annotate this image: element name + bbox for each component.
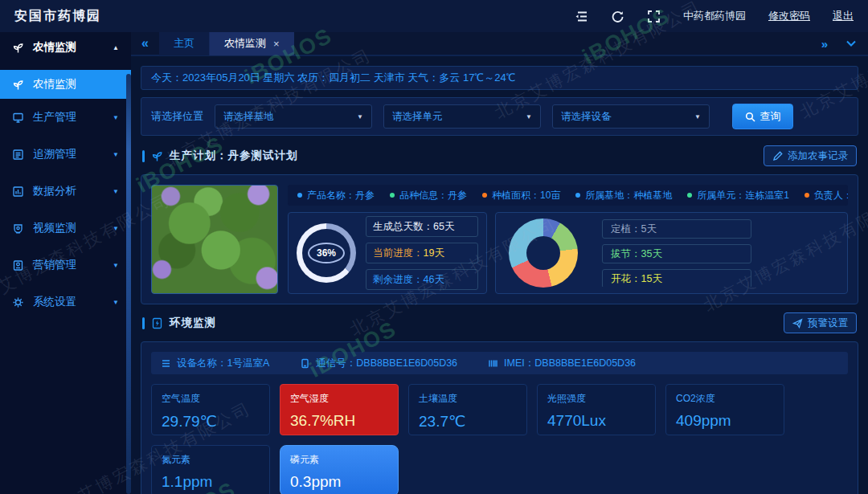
sidebar-item-label: 视频监测 bbox=[33, 221, 76, 235]
sensor-value: 0.3ppm bbox=[290, 473, 388, 491]
sensor-label: 空气温度 bbox=[162, 392, 260, 406]
chevron-down-icon: ▼ bbox=[113, 225, 119, 232]
legend-text: 拔节：35天 bbox=[611, 247, 662, 261]
sensor-card-air-humidity-alarm[interactable]: 空气湿度 36.7%RH bbox=[280, 384, 399, 435]
tab-agriculture-monitor[interactable]: 农情监测 × bbox=[210, 31, 294, 55]
sidebar-item-settings[interactable]: 系统设置 ▼ bbox=[0, 284, 131, 320]
stat-value: 19天 bbox=[424, 247, 444, 260]
list-icon bbox=[12, 149, 24, 161]
device-imei-text: IMEI：DBB8BBE1E6D05D36 bbox=[504, 357, 636, 370]
progress-gauge-ring: 36% bbox=[297, 223, 356, 283]
tab-menu-chevron-down-icon[interactable] bbox=[845, 39, 857, 47]
document-icon bbox=[12, 259, 24, 271]
pencil-icon bbox=[772, 151, 783, 161]
section-accent-bar bbox=[142, 317, 145, 329]
refresh-icon[interactable] bbox=[611, 10, 624, 23]
plan-details: 产品名称：丹参 品种信息：丹参 种植面积：10亩 所属基地：种植基地 所属单元：… bbox=[288, 185, 848, 294]
collapse-menu-icon[interactable] bbox=[575, 10, 588, 23]
stat-value: 46天 bbox=[424, 273, 444, 287]
add-farm-record-button[interactable]: 添加农事记录 bbox=[764, 145, 857, 166]
sidebar-item-production[interactable]: 生产管理 ▼ bbox=[0, 99, 131, 136]
bullet-dot bbox=[297, 193, 302, 198]
bullet-dot bbox=[687, 193, 692, 198]
plan-charts-row: 36% 生成总天数： 65天 当前进度： 19天 bbox=[288, 212, 848, 294]
date-weather-text: 今天：2023年05月20日 星期六 农历：四月初二 天津市 天气：多云 17℃… bbox=[151, 71, 516, 85]
sensor-label: 土壤温度 bbox=[419, 392, 517, 406]
chevron-down-icon: ▼ bbox=[113, 262, 119, 269]
logout-link[interactable]: 退出 bbox=[833, 9, 854, 23]
plan-info-text: 负责人：测试人员 bbox=[814, 189, 848, 202]
add-farm-record-label: 添加农事记录 bbox=[788, 149, 848, 163]
plan-info-item: 负责人：测试人员 bbox=[805, 189, 848, 202]
plan-section-title: 生产计划：丹参测试计划 bbox=[170, 149, 298, 163]
sensor-card-soil-temp[interactable]: 土壤温度 23.7℃ bbox=[408, 384, 527, 435]
base-select[interactable]: 请选择基地 ▼ bbox=[215, 104, 372, 129]
sensor-value: 409ppm bbox=[676, 412, 774, 430]
sensor-card-light[interactable]: 光照强度 4770Lux bbox=[537, 384, 656, 435]
sensor-card-phosphorus-selected[interactable]: 磷元素 0.3ppm bbox=[280, 445, 399, 494]
plan-info-text: 所属基地：种植基地 bbox=[585, 189, 672, 202]
progress-percent-badge: 36% bbox=[308, 243, 345, 263]
tabs-scroll-right-icon[interactable]: » bbox=[821, 37, 828, 51]
sensor-value: 4770Lux bbox=[547, 412, 645, 430]
sensor-label: 光照强度 bbox=[547, 392, 645, 406]
stat-value: 65天 bbox=[433, 220, 454, 234]
monitor-icon bbox=[12, 112, 24, 124]
sidebar-scrollbar[interactable] bbox=[126, 74, 131, 494]
sensor-label: 磷元素 bbox=[290, 453, 388, 467]
search-button[interactable]: 查询 bbox=[732, 104, 793, 129]
sidebar-item-label: 营销管理 bbox=[33, 258, 76, 272]
sensor-value: 36.7%RH bbox=[290, 412, 388, 430]
sensor-cards: 空气温度 29.79℃ 空气湿度 36.7%RH 土壤温度 23.7℃ 光照强度… bbox=[151, 384, 848, 494]
gear-icon bbox=[12, 296, 24, 308]
plan-info-item: 所属基地：种植基地 bbox=[575, 189, 672, 202]
bullet-dot bbox=[575, 193, 580, 198]
device-comm-id-text: 通信号：DBB8BBE1E6D05D36 bbox=[316, 357, 457, 370]
sidebar-item-analysis[interactable]: 数据分析 ▼ bbox=[0, 173, 131, 210]
sprout-icon bbox=[12, 42, 24, 54]
top-header: 安国市药博园 中药都药博园 修改密码 退出 bbox=[0, 0, 868, 32]
unit-select[interactable]: 请选择单元 ▼ bbox=[383, 104, 541, 129]
stage-donut bbox=[509, 218, 578, 288]
plant-icon bbox=[151, 150, 163, 162]
sidebar-item-video[interactable]: 视频监测 ▼ bbox=[0, 210, 131, 247]
camera-icon bbox=[12, 223, 24, 235]
org-name[interactable]: 中药都药博园 bbox=[683, 9, 746, 23]
legend-item-dingzhi: 定植：5天 bbox=[602, 219, 751, 239]
stat-label: 当前进度： bbox=[373, 247, 424, 260]
crop-photo bbox=[151, 185, 278, 294]
sidebar-section-agriculture[interactable]: 农情监测 ▲ bbox=[0, 32, 131, 63]
warning-settings-label: 预警设置 bbox=[808, 316, 848, 330]
tabs-scroll-left-icon[interactable]: « bbox=[131, 36, 159, 51]
device-select[interactable]: 请选择设备 ▼ bbox=[552, 104, 710, 129]
device-imei: IMEI：DBB8BBE1E6D05D36 bbox=[488, 357, 636, 370]
progress-gauge-panel: 36% 生成总天数： 65天 当前进度： 19天 bbox=[288, 212, 487, 294]
chevron-up-icon: ▲ bbox=[113, 44, 119, 51]
sensor-value: 23.7℃ bbox=[419, 412, 517, 431]
plan-info-text: 种植面积：10亩 bbox=[492, 189, 560, 202]
tab-bar: « 主页 农情监测 × » bbox=[131, 32, 868, 56]
change-password-link[interactable]: 修改密码 bbox=[768, 9, 810, 23]
sidebar-item-label: 农情监测 bbox=[33, 77, 76, 92]
legend-item-bajie: 拔节：35天 bbox=[602, 244, 751, 263]
sidebar-item-marketing[interactable]: 营销管理 ▼ bbox=[0, 247, 131, 284]
warning-settings-button[interactable]: 预警设置 bbox=[784, 312, 857, 333]
bullet-dot bbox=[482, 193, 487, 198]
sidebar-item-trace[interactable]: 追溯管理 ▼ bbox=[0, 136, 131, 173]
sensor-card-co2[interactable]: CO2浓度 409ppm bbox=[665, 384, 784, 435]
stat-current-progress: 当前进度： 19天 bbox=[366, 243, 478, 263]
tab-home[interactable]: 主页 bbox=[159, 31, 210, 55]
search-icon bbox=[745, 112, 755, 122]
sensor-card-air-temp[interactable]: 空气温度 29.79℃ bbox=[151, 384, 270, 435]
close-icon[interactable]: × bbox=[273, 39, 280, 49]
environment-panel: 设备名称：1号温室A 通信号：DBB8BBE1E6D05D36 IMEI：DBB… bbox=[141, 341, 858, 494]
progress-percent-label: 36% bbox=[317, 247, 336, 259]
fullscreen-icon[interactable] bbox=[647, 10, 661, 23]
sidebar-item-agriculture-monitor-active[interactable]: 农情监测 bbox=[0, 70, 131, 99]
sidebar-section-label: 农情监测 bbox=[33, 40, 76, 55]
chevron-down-icon: ▼ bbox=[113, 188, 119, 195]
sensor-card-nitrogen[interactable]: 氮元素 1.1ppm bbox=[151, 445, 270, 494]
env-section-title: 环境监测 bbox=[170, 316, 216, 330]
device-name: 设备名称：1号温室A bbox=[161, 357, 269, 370]
section-accent-bar bbox=[142, 150, 145, 162]
